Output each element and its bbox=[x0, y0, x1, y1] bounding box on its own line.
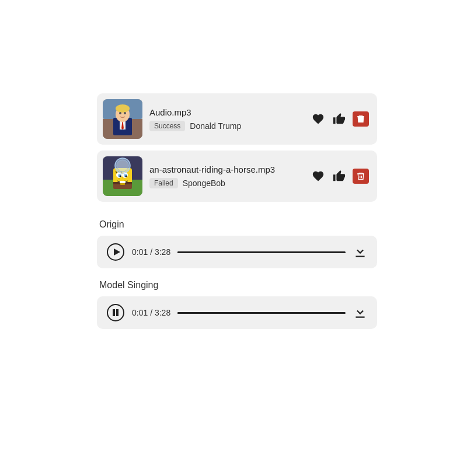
origin-play-button[interactable] bbox=[106, 243, 125, 261]
svg-point-7 bbox=[116, 104, 130, 113]
svg-point-28 bbox=[120, 176, 121, 177]
trump-like-button[interactable] bbox=[311, 111, 326, 127]
trump-actions bbox=[311, 111, 369, 127]
thumbup-icon bbox=[333, 113, 346, 125]
model-singing-label: Model Singing bbox=[97, 280, 377, 290]
thumbup-icon-2 bbox=[333, 170, 346, 183]
trash-icon-2 bbox=[356, 172, 365, 181]
svg-marker-40 bbox=[114, 249, 120, 256]
model-singing-pause-button[interactable] bbox=[106, 303, 125, 322]
trump-filename: Audio.mp3 bbox=[149, 107, 304, 117]
model-singing-time: 0:01 / 3:28 bbox=[132, 308, 170, 317]
spongebob-status-badge: Failed bbox=[149, 178, 178, 188]
spongebob-thumbup-button[interactable] bbox=[332, 169, 347, 184]
model-singing-progress-track[interactable] bbox=[177, 312, 346, 314]
spongebob-meta: Failed SpongeBob bbox=[149, 178, 304, 188]
svg-point-36 bbox=[117, 160, 128, 172]
trump-meta: Success Donald Trump bbox=[149, 121, 304, 131]
svg-point-8 bbox=[119, 112, 121, 114]
svg-rect-33 bbox=[120, 181, 123, 183]
model-singing-progress-fill bbox=[177, 312, 179, 314]
trump-model-name: Donald Trump bbox=[190, 121, 241, 131]
trump-delete-button[interactable] bbox=[353, 111, 369, 127]
origin-label: Origin bbox=[97, 219, 377, 230]
spongebob-delete-button[interactable] bbox=[353, 169, 369, 184]
svg-point-29 bbox=[126, 176, 127, 177]
svg-rect-43 bbox=[116, 309, 118, 316]
spongebob-filename: an-astronaut-riding-a-horse.mp3 bbox=[149, 164, 304, 174]
origin-player-section: Origin 0:01 / 3:28 bbox=[97, 219, 377, 268]
origin-progress-fill bbox=[177, 251, 179, 253]
heart-icon bbox=[312, 113, 325, 125]
spongebob-model-name: SpongeBob bbox=[183, 178, 225, 188]
audio-card-spongebob: an-astronaut-riding-a-horse.mp3 Failed S… bbox=[97, 150, 377, 202]
pause-circle-icon bbox=[106, 303, 125, 322]
audio-card-trump: Audio.mp3 Success Donald Trump bbox=[97, 93, 377, 145]
trump-status-badge: Success bbox=[149, 121, 185, 131]
svg-point-9 bbox=[124, 112, 126, 114]
model-singing-player-bar: 0:01 / 3:28 bbox=[97, 296, 377, 329]
svg-point-41 bbox=[107, 304, 124, 321]
model-singing-download-button[interactable] bbox=[353, 305, 368, 320]
spongebob-actions bbox=[311, 169, 369, 184]
download-icon bbox=[353, 244, 368, 260]
trump-audio-info: Audio.mp3 Success Donald Trump bbox=[149, 107, 304, 131]
svg-rect-34 bbox=[123, 181, 126, 183]
heart-icon-2 bbox=[312, 170, 325, 183]
model-singing-player-section: Model Singing 0:01 / 3:28 bbox=[97, 280, 377, 329]
spongebob-like-button[interactable] bbox=[311, 169, 326, 184]
spongebob-thumbnail bbox=[103, 156, 142, 196]
trash-icon bbox=[356, 114, 365, 124]
content-wrapper: Audio.mp3 Success Donald Trump bbox=[97, 93, 377, 329]
origin-progress-track[interactable] bbox=[177, 251, 346, 253]
origin-time: 0:01 / 3:28 bbox=[132, 247, 170, 257]
origin-download-button[interactable] bbox=[353, 244, 368, 260]
spongebob-audio-info: an-astronaut-riding-a-horse.mp3 Failed S… bbox=[149, 164, 304, 188]
play-circle-icon bbox=[106, 243, 125, 261]
svg-rect-42 bbox=[113, 309, 115, 316]
download-icon-2 bbox=[353, 305, 368, 320]
origin-player-bar: 0:01 / 3:28 bbox=[97, 236, 377, 268]
trump-thumbnail bbox=[103, 99, 142, 139]
trump-thumbup-button[interactable] bbox=[332, 111, 347, 127]
